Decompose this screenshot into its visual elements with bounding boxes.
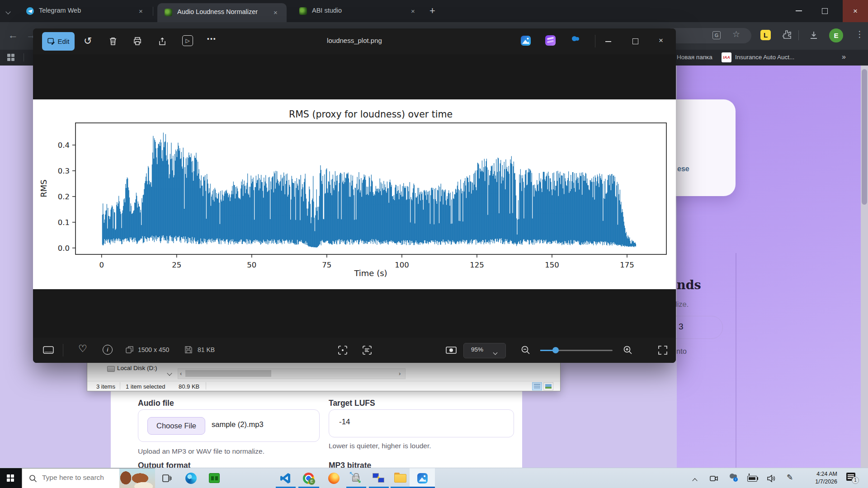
- extension-l-icon[interactable]: L: [760, 30, 771, 40]
- clipchamp-icon[interactable]: [545, 35, 556, 46]
- tab-audio-loudness-normalizer[interactable]: Audio Loudness Normalizer ×: [157, 3, 287, 22]
- zoom-out-icon[interactable]: [520, 345, 531, 356]
- image-file-size: 81 KB: [198, 346, 215, 353]
- explorer-location[interactable]: Local Disk (D:): [117, 365, 157, 371]
- search-input[interactable]: [41, 473, 118, 482]
- browser-minimize-button[interactable]: [796, 10, 802, 11]
- tray-expand-chevron-icon[interactable]: [693, 476, 697, 484]
- tab-abi-studio[interactable]: ABI studio ×: [292, 0, 423, 22]
- bookmark-novaya-papka[interactable]: Новая папка: [677, 54, 712, 61]
- firefox-icon[interactable]: [328, 473, 340, 484]
- bookmarks-overflow-chevron[interactable]: »: [842, 53, 846, 61]
- image-adjust-icon[interactable]: [445, 344, 457, 356]
- svg-text:50: 50: [247, 261, 256, 269]
- translate-icon[interactable]: G: [712, 31, 721, 39]
- file-explorer-strip: Local Disk (D:) ‹ › 3 items 1 item selec…: [87, 361, 561, 391]
- page-scrollbar-thumb[interactable]: [862, 69, 867, 205]
- svg-text:0.4: 0.4: [58, 141, 70, 150]
- tab-search-chevron-icon[interactable]: [6, 7, 10, 15]
- downloads-icon[interactable]: [808, 30, 819, 41]
- meet-now-icon[interactable]: [709, 474, 719, 483]
- svg-text:175: 175: [620, 261, 634, 269]
- audio-file-input[interactable]: Choose File sample (2).mp3: [138, 409, 320, 442]
- bookmark-insurance-auto[interactable]: Insurance Auto Auct...: [735, 54, 794, 61]
- notification-center-icon[interactable]: 1: [846, 473, 860, 484]
- pen-icon[interactable]: ✎: [787, 473, 793, 482]
- fullscreen-icon[interactable]: [657, 344, 669, 356]
- panel-heading-fragment: nds: [677, 278, 701, 292]
- tab-title: ABI studio: [312, 7, 342, 14]
- vscode-icon[interactable]: [279, 472, 292, 484]
- taskbar: E ↖ ↘: [0, 468, 868, 488]
- tab-title: Telegram Web: [39, 7, 81, 14]
- desktop: ese nds lize. 3 nto Audio file Choose Fi…: [0, 0, 868, 488]
- task-view-icon[interactable]: [162, 473, 172, 483]
- photos-app-icon[interactable]: [520, 35, 531, 46]
- taskbar-clock[interactable]: 4:24 AM 1/7/2026: [797, 470, 837, 486]
- filmstrip-icon[interactable]: [43, 345, 54, 355]
- choose-file-button[interactable]: Choose File: [147, 417, 205, 435]
- browser-maximize-button[interactable]: [822, 8, 828, 14]
- drive-icon: [107, 366, 115, 372]
- browser-close-button[interactable]: ×: [843, 0, 868, 22]
- panel-caption-fragment: lize.: [675, 300, 689, 309]
- tab-close-icon[interactable]: ×: [409, 7, 417, 15]
- search-icon: [28, 474, 38, 483]
- chart-title: RMS (proxy for loudness) over time: [289, 109, 453, 120]
- photos-taskbar-icon[interactable]: [417, 473, 428, 484]
- favorite-heart-icon[interactable]: ♡: [78, 343, 87, 355]
- explorer-dropdown-chevron[interactable]: [168, 370, 171, 376]
- image-dimensions: 1500 x 450: [138, 346, 169, 353]
- tab-telegram-web[interactable]: Telegram Web ×: [20, 0, 151, 22]
- zoom-in-icon[interactable]: [623, 345, 633, 356]
- info-icon[interactable]: i: [103, 345, 113, 355]
- audio-file-caption: Upload an MP3 or WAV file to normalize.: [138, 447, 264, 455]
- details-view-button[interactable]: [532, 382, 542, 390]
- explorer-hscrollbar[interactable]: ‹ ›: [178, 368, 406, 379]
- target-lufs-caption: Lower is quieter, higher is louder.: [329, 442, 431, 450]
- new-tab-button[interactable]: +: [429, 5, 435, 17]
- photos-maximize-button[interactable]: [632, 38, 638, 44]
- svg-text:0.0: 0.0: [58, 244, 70, 253]
- edge-icon[interactable]: [185, 473, 197, 484]
- hscrollbar-thumb[interactable]: [185, 370, 271, 377]
- zoom-level-select[interactable]: 95%: [463, 343, 506, 358]
- menu-dots-icon[interactable]: ⋮: [855, 29, 864, 39]
- photos-close-button[interactable]: ×: [659, 36, 663, 45]
- apps-grid-icon[interactable]: [7, 54, 14, 61]
- bookmark-star-icon[interactable]: ☆: [732, 29, 740, 39]
- address-bar[interactable]: G ☆: [665, 28, 751, 43]
- tab-close-icon[interactable]: ×: [137, 7, 145, 15]
- svg-text:75: 75: [322, 261, 331, 269]
- taskbar-search-box[interactable]: [22, 468, 155, 488]
- target-lufs-input[interactable]: -14: [329, 409, 514, 437]
- winscp-icon[interactable]: ↖ ↘: [350, 472, 362, 484]
- scroll-right-icon[interactable]: ›: [399, 370, 401, 377]
- start-button[interactable]: [0, 468, 22, 488]
- page-scrollbar[interactable]: [861, 66, 868, 468]
- explorer-selected-size: 80.9 KB: [179, 383, 199, 390]
- back-icon[interactable]: ←: [8, 29, 18, 41]
- thumbnail-view-button[interactable]: [543, 382, 553, 390]
- text-extract-icon[interactable]: [361, 344, 373, 356]
- zoom-slider[interactable]: [540, 350, 613, 351]
- green-app-icon[interactable]: [209, 473, 220, 483]
- svg-text:125: 125: [470, 261, 484, 269]
- chrome-icon[interactable]: E: [303, 473, 314, 484]
- profile-avatar[interactable]: E: [829, 28, 843, 42]
- tab-favicon: [165, 9, 172, 16]
- thumbnail-view-icon: [545, 384, 552, 389]
- visual-search-icon[interactable]: [337, 344, 349, 356]
- tab-close-icon[interactable]: ×: [271, 8, 280, 17]
- photos-minimize-button[interactable]: [605, 41, 611, 42]
- bing-daily-image[interactable]: [119, 469, 155, 488]
- chart-ylabel: RMS: [39, 179, 48, 197]
- volume-icon[interactable]: [766, 474, 776, 483]
- svg-text:150: 150: [545, 261, 559, 269]
- zoom-slider-knob[interactable]: [552, 347, 559, 353]
- extensions-puzzle-icon[interactable]: [781, 29, 792, 40]
- file-explorer-icon[interactable]: [394, 473, 406, 483]
- remote-connection-icon[interactable]: [373, 472, 384, 484]
- scroll-left-icon[interactable]: ‹: [180, 370, 182, 377]
- svg-text:0: 0: [99, 261, 104, 269]
